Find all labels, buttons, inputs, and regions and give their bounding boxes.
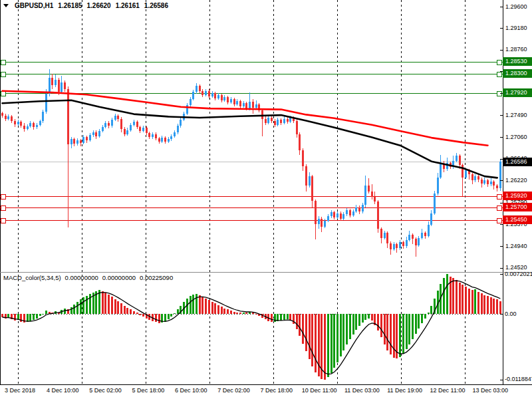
time-tick-label: 10 Dec 11:00 <box>302 387 337 394</box>
candles-layer <box>1 69 501 256</box>
levels-layer[interactable] <box>0 60 503 223</box>
macd-value-1: 0.00000000 <box>65 274 98 281</box>
chart-window: GBPUSD,H1 1.26185 1.26620 1.26161 1.2658… <box>0 0 532 399</box>
time-tick-label: 7 Dec 02:00 <box>217 387 250 394</box>
time-tick-label: 5 Dec 02:00 <box>89 387 122 394</box>
price-tick-label: 1.29180 <box>505 25 527 31</box>
chart-title-row: GBPUSD,H1 1.26185 1.26620 1.26161 1.2658… <box>3 2 168 9</box>
grid-layer <box>19 0 466 384</box>
price-tick-label: 1.28760 <box>505 46 527 53</box>
resistance-price-badge: 1.28530 <box>503 57 532 66</box>
time-tick-label: 6 Dec 10:00 <box>175 387 207 394</box>
support-price-badge: 1.25450 <box>503 215 532 224</box>
macd-indicator-row: MACD_color(5,34,5) 0.00000000 0.00000000… <box>3 274 173 281</box>
time-tick-label: 7 Dec 18:00 <box>261 387 293 394</box>
symbol-timeframe-label: GBPUSD,H1 <box>15 2 53 9</box>
chart-canvas[interactable] <box>0 0 532 399</box>
time-tick-label: 3 Dec 2018 <box>5 387 35 394</box>
resistance-price-badge: 1.27920 <box>503 88 532 97</box>
time-tick-label: 12 Dec 11:00 <box>430 387 466 394</box>
ohlc-open: 1.26185 <box>58 2 82 9</box>
time-tick-label: 5 Dec 18:00 <box>132 387 165 394</box>
time-tick-label: 11 Dec 03:00 <box>344 387 380 394</box>
support-price-badge: 1.25700 <box>503 203 532 211</box>
macd-name-label: MACD_color(5,34,5) <box>3 274 61 281</box>
time-tick-label: 13 Dec 03:00 <box>473 387 509 394</box>
current-price-badge: 1.26586 <box>503 158 532 166</box>
frame-layer <box>0 0 532 385</box>
price-tick-label: 1.26220 <box>505 177 527 184</box>
price-tick-label: 1.29600 <box>505 3 527 10</box>
ohlc-high: 1.26620 <box>87 2 111 9</box>
time-tick-label: 4 Dec 10:00 <box>47 387 79 394</box>
ohlc-low: 1.26161 <box>116 2 140 9</box>
macd-value-3: 0.00225090 <box>140 274 173 281</box>
time-tick-label: 11 Dec 19:00 <box>387 387 422 394</box>
price-tick-label: 1.27060 <box>505 134 527 140</box>
ma-slow-line <box>3 91 488 146</box>
macd-zero-label: 0.00 <box>505 311 517 317</box>
macd-min-label: -0.0118847 <box>505 376 532 382</box>
support-price-badge: 1.25920 <box>503 192 532 200</box>
chevron-down-icon <box>3 4 9 7</box>
resistance-price-badge: 1.28300 <box>503 69 532 78</box>
ohlc-close: 1.26586 <box>144 2 168 9</box>
macd-signal-line <box>3 281 501 374</box>
macd-value-2: 0.00000000 <box>102 274 136 281</box>
ma-fast-line <box>3 100 497 178</box>
price-tick-label: 1.27490 <box>505 112 527 118</box>
price-tick-label: 1.24940 <box>505 243 527 249</box>
macd-max-label: 0.0072021 <box>505 271 532 277</box>
